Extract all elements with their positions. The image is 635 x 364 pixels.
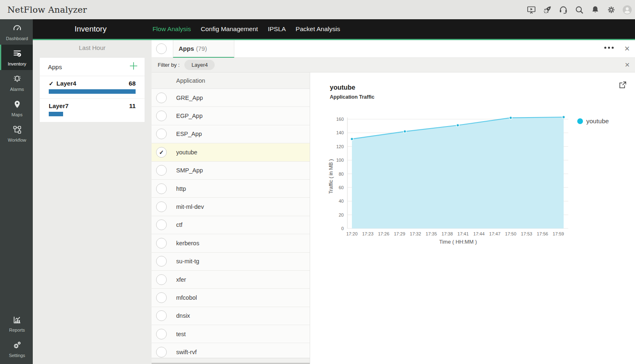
application-name: http <box>176 185 186 192</box>
filter-close-icon[interactable]: × <box>625 60 630 70</box>
svg-text:17:44: 17:44 <box>473 231 485 236</box>
radio-icon[interactable] <box>156 129 167 139</box>
apps-filter-card: Apps ✓ Layer4 68 <box>39 57 145 122</box>
user-avatar[interactable] <box>622 5 633 15</box>
sidebar-item-maps[interactable]: Maps <box>0 95 33 121</box>
sidebar-item-alarms[interactable]: Alarms <box>0 70 33 95</box>
inventory-list-icon <box>12 49 22 60</box>
radio-icon[interactable] <box>156 219 167 230</box>
radio-icon[interactable] <box>156 111 167 121</box>
module-header: Inventory Flow Analysis Config Managemen… <box>33 19 635 39</box>
x-axis-label: Time ( HH:MM ) <box>439 239 477 245</box>
radio-icon[interactable] <box>156 292 167 303</box>
list-item[interactable]: http <box>152 180 310 198</box>
legend-label: youtube <box>586 118 609 125</box>
legend-dot-icon <box>577 118 583 124</box>
filter-chip-layer4[interactable]: Layer4 <box>184 60 215 70</box>
svg-text:160: 160 <box>336 117 344 122</box>
more-options-icon[interactable] <box>604 47 614 49</box>
side-navigation: Dashboard Inventory <box>0 19 33 364</box>
top-bar: NetFlow Analyzer <box>0 0 635 19</box>
category-layer7[interactable]: Layer7 11 <box>40 99 145 122</box>
application-name: su-mit-tg <box>176 258 199 265</box>
time-period-label[interactable]: Last Hour <box>33 43 152 52</box>
netflow-analyzer-app: NetFlow Analyzer <box>0 0 635 364</box>
svg-text:17:35: 17:35 <box>426 231 437 236</box>
add-icon[interactable] <box>129 61 138 72</box>
notifications-bell-icon[interactable] <box>590 5 601 15</box>
radio-icon[interactable] <box>156 183 167 194</box>
category-layer4[interactable]: ✓ Layer4 68 <box>40 76 145 99</box>
tab-packet-analysis[interactable]: Packet Analysis <box>296 25 340 33</box>
radio-icon[interactable] <box>156 238 167 249</box>
radio-icon[interactable] <box>156 329 167 339</box>
chart-title: youtube <box>330 84 355 91</box>
list-item[interactable]: EGP_App <box>152 107 310 125</box>
sidebar-item-reports[interactable]: Reports <box>0 311 33 336</box>
list-item[interactable]: kerberos <box>152 234 310 252</box>
sidebar-item-settings[interactable]: Settings <box>0 336 33 362</box>
radio-icon[interactable] <box>156 93 167 103</box>
sidebar-item-workflow[interactable]: Workflow <box>0 121 33 146</box>
launch-icon[interactable] <box>542 5 553 15</box>
svg-text:17:50: 17:50 <box>505 231 517 236</box>
select-all-radio[interactable] <box>156 43 167 54</box>
svg-text:17:20: 17:20 <box>346 231 358 236</box>
page-title: Inventory <box>75 25 107 34</box>
application-name: SMP_App <box>176 167 203 174</box>
search-icon[interactable] <box>574 5 585 15</box>
list-item[interactable]: SMP_App <box>152 162 310 180</box>
tab-ipsla[interactable]: IPSLA <box>268 25 286 33</box>
list-item[interactable]: test <box>152 325 310 343</box>
application-name: mit-ml-dev <box>176 203 204 210</box>
list-item[interactable]: GRE_App <box>152 89 310 107</box>
svg-text:60: 60 <box>339 185 344 190</box>
tab-apps[interactable]: Apps (79) <box>173 40 234 58</box>
category-bar <box>49 112 63 116</box>
category-count: 68 <box>129 80 136 87</box>
filter-panel: Last Hour Apps ✓ <box>33 40 152 364</box>
application-list-panel: Application GRE_App EGP_App ESP_App ✓ yo… <box>152 72 310 364</box>
radio-icon[interactable] <box>156 256 167 267</box>
list-item[interactable]: mfcobol <box>152 289 310 307</box>
svg-text:140: 140 <box>336 130 344 135</box>
list-item[interactable]: xfer <box>152 271 310 289</box>
application-name: swift-rvf <box>176 349 197 355</box>
list-item[interactable]: su-mit-tg <box>152 253 310 271</box>
svg-text:17:26: 17:26 <box>378 231 390 236</box>
radio-icon[interactable] <box>156 274 167 285</box>
list-item[interactable]: ✓ youtube <box>152 143 310 161</box>
list-item[interactable]: dnsix <box>152 307 310 325</box>
presentation-icon[interactable] <box>526 5 537 15</box>
radio-icon[interactable] <box>156 165 167 176</box>
close-icon[interactable]: × <box>624 44 630 54</box>
sidebar-item-dashboard[interactable]: Dashboard <box>0 19 33 45</box>
application-name: GRE_App <box>176 95 203 101</box>
svg-text:17:56: 17:56 <box>537 231 548 236</box>
svg-text:17:29: 17:29 <box>394 231 406 236</box>
support-headset-icon[interactable] <box>558 5 569 15</box>
list-item[interactable]: mit-ml-dev <box>152 198 310 216</box>
category-count: 11 <box>129 102 136 109</box>
radio-icon[interactable] <box>156 347 167 357</box>
apps-group-title: Apps <box>48 63 62 70</box>
svg-text:20: 20 <box>339 213 344 217</box>
application-name: ctf <box>176 222 182 228</box>
list-item[interactable]: ctf <box>152 216 310 234</box>
horizontal-scrollbar[interactable] <box>152 358 310 364</box>
tab-flow-analysis[interactable]: Flow Analysis <box>152 25 191 33</box>
svg-text:17:53: 17:53 <box>521 231 533 236</box>
radio-icon[interactable] <box>156 310 167 321</box>
chart-panel: youtube Application Traffic 020406080100… <box>310 72 635 364</box>
expand-icon[interactable] <box>619 81 627 90</box>
chart-legend[interactable]: youtube <box>577 118 609 125</box>
alarm-bell-icon <box>12 74 22 86</box>
radio-icon[interactable] <box>156 201 167 212</box>
svg-text:17:38: 17:38 <box>442 231 453 236</box>
radio-checked-icon[interactable]: ✓ <box>156 147 167 158</box>
application-name: ESP_App <box>176 131 202 137</box>
tab-config-management[interactable]: Config Management <box>201 25 258 33</box>
settings-gear-icon[interactable] <box>606 5 617 15</box>
list-item[interactable]: ESP_App <box>152 125 310 143</box>
sidebar-item-inventory[interactable]: Inventory <box>0 45 33 70</box>
